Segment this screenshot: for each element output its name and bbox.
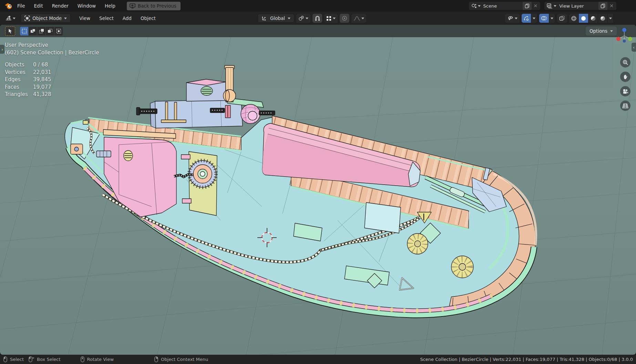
solid-sphere-icon	[581, 15, 586, 21]
editor-type-icon	[5, 15, 12, 21]
viewport-header: Object Mode View Select Add Object Globa…	[0, 12, 636, 25]
proportional-falloff-dropdown[interactable]	[351, 14, 366, 23]
blender-window: File Edit Render Window Help Back to Pre…	[0, 0, 636, 364]
view-layer-icon	[544, 3, 554, 9]
menu-window[interactable]: Window	[73, 0, 100, 12]
axis-z	[622, 28, 626, 32]
pan-button[interactable]	[620, 72, 630, 82]
hint-select: Select	[3, 356, 24, 362]
chevron-down-icon	[478, 5, 481, 7]
show-gizmo-toggle[interactable]	[522, 14, 531, 23]
scene-icon	[469, 3, 478, 9]
screen-back-icon	[130, 3, 135, 9]
pivot-icon	[298, 15, 305, 21]
duplicate-view-layer-button[interactable]	[598, 2, 607, 10]
viewport-3d[interactable]: Options User Perspective (602) Scene Col…	[0, 25, 636, 355]
gizmo-options-dropdown[interactable]	[531, 14, 537, 23]
chevron-down-icon	[13, 18, 16, 19]
sponson	[96, 129, 176, 217]
scene-name[interactable]: Scene	[482, 3, 523, 9]
topbar: File Edit Render Window Help Back to Pre…	[0, 0, 636, 12]
mmb-icon	[81, 356, 84, 362]
chevron-down-icon	[333, 18, 336, 19]
select-mode-extend-button[interactable]	[29, 27, 37, 35]
rendered-sphere-icon	[600, 15, 606, 21]
rmb-icon	[154, 356, 158, 362]
lmb-icon	[3, 356, 7, 362]
menu-render[interactable]: Render	[48, 0, 73, 12]
shading-rendered-button[interactable]	[598, 14, 608, 23]
xray-toggle[interactable]	[557, 14, 567, 23]
proportional-editing-icon	[342, 15, 347, 21]
proportional-editing-toggle[interactable]	[340, 14, 349, 23]
show-overlays-toggle[interactable]	[539, 14, 549, 23]
select-mode-invert-button[interactable]	[46, 27, 54, 35]
hand-icon	[623, 74, 628, 80]
camera-icon	[622, 89, 628, 94]
select-mode-intersect-button[interactable]	[54, 27, 63, 35]
remove-view-layer-button[interactable]: ✕	[607, 3, 616, 9]
shading-solid-button[interactable]	[579, 14, 588, 23]
duplicate-scene-button[interactable]	[523, 2, 532, 10]
editor-type-button[interactable]	[3, 14, 17, 22]
scene-statistics: Scene Collection | BezierCircle | Verts:…	[420, 357, 633, 362]
gizmo-icon	[523, 15, 529, 21]
display-toggles-cluster	[505, 14, 614, 23]
xray-icon	[559, 15, 565, 21]
tweak-tool-button[interactable]	[5, 27, 15, 36]
chevron-down-icon	[610, 30, 613, 32]
viewport-info-overlay: User Perspective (602) Scene Collection …	[5, 41, 99, 98]
unlink-scene-button[interactable]: ✕	[532, 3, 541, 9]
menu-select[interactable]: Select	[95, 15, 118, 21]
snap-target-dropdown[interactable]	[324, 14, 338, 23]
stat-vertices: Vertices 22,031	[5, 69, 99, 76]
object-mode-icon	[24, 15, 30, 21]
axis-x	[616, 37, 620, 41]
pivot-point-dropdown[interactable]	[296, 14, 310, 23]
menu-help[interactable]: Help	[100, 0, 120, 12]
stat-triangles: Triangles 41,328	[5, 91, 99, 98]
menu-add[interactable]: Add	[118, 15, 136, 21]
lmb-drag-icon	[29, 356, 34, 362]
options-dropdown[interactable]: Options	[586, 27, 617, 35]
menu-edit[interactable]: Edit	[30, 0, 48, 12]
zoom-button[interactable]	[620, 57, 630, 67]
snap-toggle[interactable]	[312, 14, 322, 23]
scene-selector[interactable]: Scene ✕	[469, 1, 541, 10]
view-layer-name[interactable]: View Layer	[558, 3, 598, 9]
shading-material-button[interactable]	[588, 14, 598, 23]
axis-y	[628, 37, 632, 41]
tool-settings-bar: Options	[0, 25, 636, 37]
transform-orientation-dropdown[interactable]: Global	[258, 14, 294, 23]
status-bar: Select Box Select Rotate View Object Con…	[0, 355, 636, 364]
view-name: User Perspective	[5, 41, 99, 49]
visibility-dropdown[interactable]	[505, 14, 520, 23]
back-to-previous-button[interactable]: Back to Previous	[127, 2, 181, 10]
perspective-toggle-button[interactable]	[620, 101, 630, 111]
menu-file[interactable]: File	[13, 0, 30, 12]
menu-object[interactable]: Object	[136, 15, 160, 21]
transform-snap-cluster: Global	[258, 14, 366, 23]
select-mode-group	[20, 27, 63, 35]
chevron-down-icon	[515, 18, 517, 19]
material-sphere-icon	[590, 15, 596, 21]
orientation-icon	[261, 15, 267, 21]
shading-wireframe-button[interactable]	[569, 14, 579, 23]
tank-model	[65, 65, 536, 315]
mode-dropdown[interactable]: Object Mode	[21, 14, 71, 23]
camera-view-button[interactable]	[620, 86, 630, 96]
left-panel-toggle[interactable]: ›	[0, 45, 4, 54]
falloff-curve-icon	[353, 16, 360, 21]
view-layer-selector[interactable]: View Layer ✕	[544, 1, 617, 10]
hint-rotate-view: Rotate View	[81, 356, 114, 362]
select-mode-subtract-button[interactable]	[37, 27, 45, 35]
chevron-down-icon	[554, 5, 556, 7]
stat-edges: Edges 39,845	[5, 76, 99, 84]
magnet-icon	[315, 15, 320, 21]
orientation-gizmo[interactable]	[614, 26, 633, 45]
overlays-options-dropdown[interactable]	[549, 14, 555, 23]
select-mode-new-button[interactable]	[20, 27, 28, 35]
menu-view[interactable]: View	[75, 15, 95, 21]
wireframe-sphere-icon	[571, 15, 577, 21]
shading-options-dropdown[interactable]	[608, 14, 614, 23]
